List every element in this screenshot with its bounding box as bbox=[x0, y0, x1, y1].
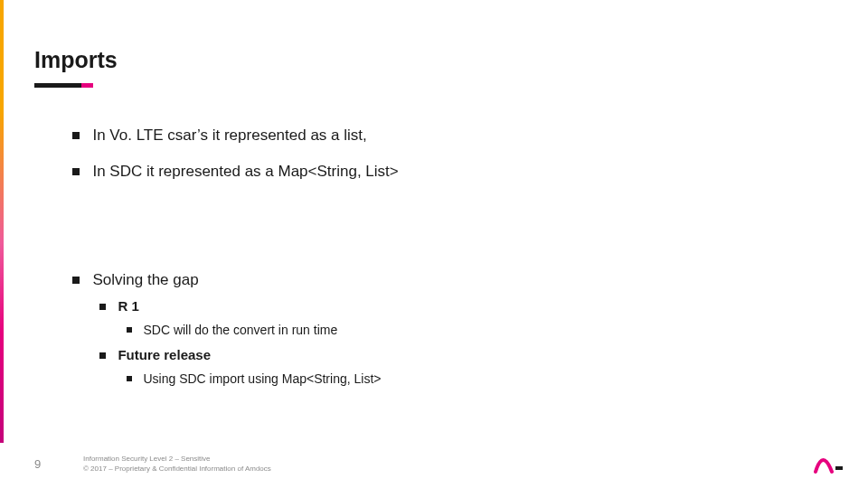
footer: 9 Information Security Level 2 – Sensiti… bbox=[34, 455, 834, 474]
list-item: In SDC it represented as a Map<String, L… bbox=[72, 163, 814, 181]
svg-rect-0 bbox=[835, 466, 843, 470]
footer-line: © 2017 – Proprietary & Confidential Info… bbox=[83, 465, 271, 474]
bullet-text: Solving the gap bbox=[92, 271, 198, 288]
bullet-list-nested: SDC will do the convert in run time bbox=[127, 322, 814, 338]
brand-logo-icon bbox=[812, 452, 843, 475]
bullet-text: Using SDC import using Map<String, List> bbox=[143, 371, 381, 386]
bullet-list: In Vo. LTE csar’s it represented as a li… bbox=[72, 127, 814, 387]
square-bullet-icon bbox=[99, 304, 106, 310]
slide-title: Imports bbox=[34, 47, 118, 73]
bullet-list-nested: R 1 SDC will do the convert in run time … bbox=[99, 298, 814, 387]
footer-text: Information Security Level 2 – Sensitive… bbox=[83, 455, 271, 474]
title-underline-accent bbox=[81, 83, 93, 88]
square-bullet-icon bbox=[72, 168, 80, 175]
square-bullet-icon bbox=[72, 277, 80, 284]
slide: Imports In Vo. LTE csar’s it represented… bbox=[0, 0, 868, 488]
list-item: Using SDC import using Map<String, List> bbox=[127, 371, 814, 387]
square-bullet-icon bbox=[72, 132, 80, 139]
content-area: In Vo. LTE csar’s it represented as a li… bbox=[72, 127, 814, 396]
bullet-text: R 1 bbox=[118, 298, 138, 314]
bullet-text: In SDC it represented as a Map<String, L… bbox=[92, 163, 398, 180]
bullet-text: Future release bbox=[118, 347, 211, 362]
bullet-list-nested: Using SDC import using Map<String, List> bbox=[127, 371, 814, 387]
footer-line: Information Security Level 2 – Sensitive bbox=[83, 455, 271, 464]
list-item: SDC will do the convert in run time bbox=[127, 322, 814, 338]
square-bullet-icon bbox=[127, 376, 132, 381]
title-underline bbox=[34, 83, 81, 88]
bullet-text: In Vo. LTE csar’s it represented as a li… bbox=[92, 127, 366, 144]
bullet-text: SDC will do the convert in run time bbox=[143, 323, 337, 337]
page-number: 9 bbox=[34, 457, 83, 471]
square-bullet-icon bbox=[99, 352, 106, 359]
list-item: In Vo. LTE csar’s it represented as a li… bbox=[72, 127, 814, 145]
list-item: R 1 SDC will do the convert in run time bbox=[99, 298, 814, 338]
list-item: Future release Using SDC import using Ma… bbox=[99, 347, 814, 387]
square-bullet-icon bbox=[127, 327, 132, 333]
accent-bar bbox=[0, 0, 4, 443]
list-item: Solving the gap R 1 SDC will do the conv… bbox=[72, 271, 814, 387]
